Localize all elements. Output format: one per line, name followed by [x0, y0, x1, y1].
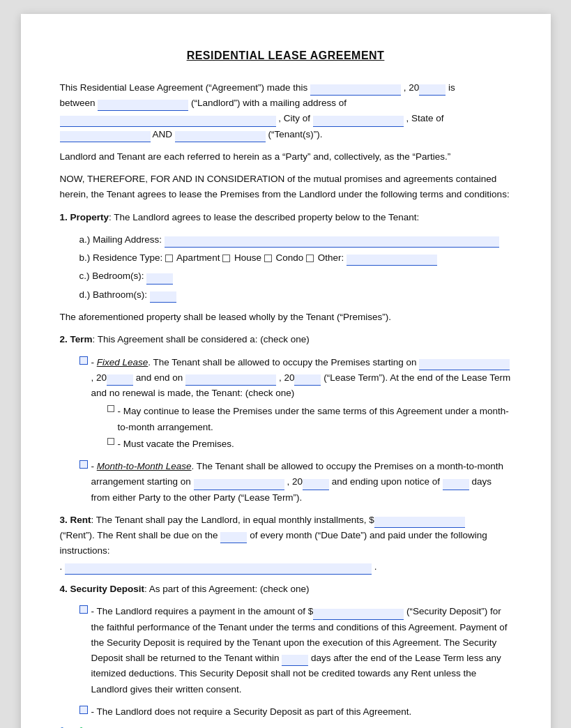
mtm-start-date-field[interactable]: [194, 479, 284, 490]
residence-type-row: b.) Residence Type: Apartment House Cond…: [79, 250, 512, 266]
continue-checkbox[interactable]: [107, 405, 114, 412]
consideration-text: NOW, THEREFORE, FOR AND IN CONSIDERATION…: [60, 172, 512, 203]
mtm-notice-days-field[interactable]: [443, 479, 469, 490]
continue-option-row: - May continue to lease the Premises und…: [107, 404, 512, 435]
mtm-title: Month-to-Month Lease: [97, 461, 192, 471]
section4-header-row: 4. Security Deposit: As part of this Agr…: [60, 582, 512, 597]
parties-text: Landlord and Tenant are each referred to…: [60, 149, 512, 165]
fixed-title: Fixed Lease: [97, 357, 149, 367]
section4-header: 4. Security Deposit: [60, 584, 145, 594]
landlord-name-field[interactable]: [98, 100, 188, 111]
year-field[interactable]: [419, 84, 446, 96]
condo-checkbox[interactable]: [264, 255, 272, 262]
bathrooms-row: d.) Bathroom(s):: [79, 287, 512, 303]
fixed-lease-checkbox[interactable]: [79, 356, 88, 365]
page-number: Page 1 of 10: [460, 725, 512, 728]
section1: 1. Property: The Landlord agrees to leas…: [60, 210, 512, 225]
security-deposit-option1-row: - The Landlord requires a payment in the…: [79, 604, 512, 697]
intro-paragraph: This Residential Lease Agreement (“Agree…: [60, 80, 512, 142]
section2-header: 2. Term: [60, 334, 93, 344]
condo-label: Condo: [275, 252, 306, 263]
due-date-field[interactable]: [220, 532, 247, 543]
security-deposit-days-field[interactable]: [282, 655, 308, 666]
brand-forms: forms: [79, 725, 108, 728]
address-row: a.) Mailing Address:: [79, 232, 512, 248]
state-field[interactable]: [60, 131, 151, 142]
mtm-lease-checkbox[interactable]: [79, 460, 88, 469]
document-title: RESIDENTIAL LEASE AGREEMENT: [60, 47, 512, 65]
bedrooms-field[interactable]: [146, 273, 173, 285]
brand-free: free: [60, 725, 79, 728]
mtm-lease-block: - Month-to-Month Lease. The Tenant shall…: [79, 459, 512, 506]
fixed-sub-options: - May continue to lease the Premises und…: [107, 404, 512, 452]
date-field[interactable]: [310, 84, 401, 96]
fixed-dash: -: [91, 357, 97, 367]
bathrooms-field[interactable]: [150, 291, 176, 303]
intro-text-1: This Residential Lease Agreement (“Agree…: [60, 82, 308, 93]
fixed-lease-row: - Fixed Lease. The Tenant shall be allow…: [79, 355, 512, 402]
mtm-lease-text: - Month-to-Month Lease. The Tenant shall…: [91, 459, 512, 506]
section1-header: 1. Property: [60, 212, 109, 222]
other-checkbox[interactable]: [306, 255, 314, 262]
payment-instructions-field[interactable]: [65, 563, 372, 575]
mtm-start-year-field[interactable]: [303, 479, 329, 490]
fixed-start-year-field[interactable]: [107, 374, 133, 386]
premises-text: The aforementioned property shall be lea…: [60, 310, 512, 325]
apartment-checkbox[interactable]: [165, 255, 173, 262]
vacate-checkbox[interactable]: [107, 438, 114, 445]
security-deposit-text: - The Landlord requires a payment in the…: [91, 604, 512, 697]
fixed-end-year-field[interactable]: [294, 374, 321, 386]
fixed-lease-text: - Fixed Lease. The Tenant shall be allow…: [91, 355, 512, 402]
no-security-deposit-checkbox[interactable]: [79, 706, 88, 714]
security-deposit-option1: - The Landlord requires a payment in the…: [79, 604, 512, 697]
property-address-field[interactable]: [165, 236, 499, 248]
section3: 3. Rent: The Tenant shall pay the Landlo…: [60, 513, 512, 575]
security-deposit-option2: - The Landlord does not require a Securi…: [79, 704, 512, 720]
security-deposit-checkbox[interactable]: [79, 605, 88, 614]
brand: freeforms: [60, 723, 108, 728]
tenant-name-field[interactable]: [175, 131, 266, 142]
fixed-end-date-field[interactable]: [185, 374, 276, 386]
document-page: RESIDENTIAL LEASE AGREEMENT This Residen…: [21, 14, 551, 728]
fixed-lease-block: - Fixed Lease. The Tenant shall be allow…: [79, 355, 512, 453]
other-field[interactable]: [347, 255, 437, 266]
security-deposit-option2-row: - The Landlord does not require a Securi…: [79, 704, 512, 720]
house-label: House: [234, 252, 264, 263]
bedrooms-row: c.) Bedroom(s):: [79, 268, 512, 284]
other-label: Other:: [318, 252, 347, 263]
mailing-address-field[interactable]: [60, 116, 276, 127]
mtm-lease-row: - Month-to-Month Lease. The Tenant shall…: [79, 459, 512, 506]
footer: freeforms Page 1 of 10: [21, 723, 551, 728]
vacate-option-row: - Must vacate the Premises.: [107, 437, 512, 452]
section3-header: 3. Rent: [60, 515, 91, 525]
fixed-start-date-field[interactable]: [419, 359, 510, 370]
security-deposit-amount-field[interactable]: [313, 609, 404, 620]
city-field[interactable]: [313, 116, 404, 127]
house-checkbox[interactable]: [222, 255, 230, 262]
rent-amount-field[interactable]: [374, 517, 465, 528]
section1-items: a.) Mailing Address: b.) Residence Type:…: [79, 232, 512, 303]
section2-header-row: 2. Term: This Agreement shall be conside…: [60, 332, 512, 347]
apartment-label: Apartment: [176, 252, 222, 263]
